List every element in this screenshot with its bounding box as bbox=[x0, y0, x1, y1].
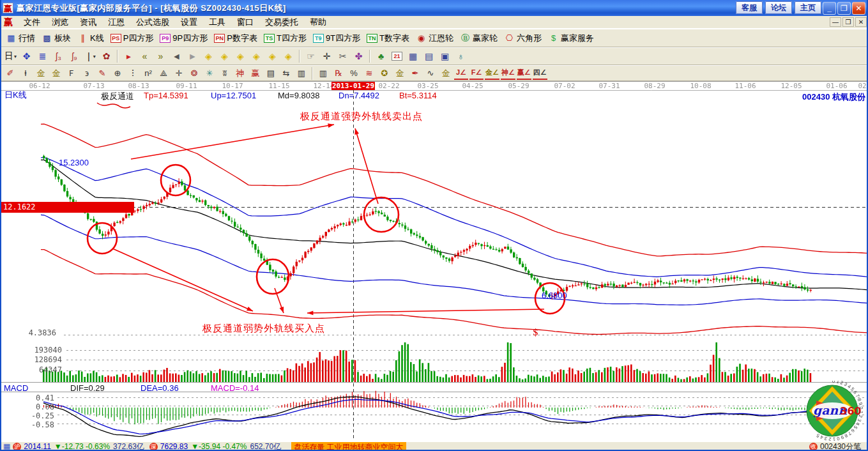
prev-bar-button[interactable]: ◄ bbox=[169, 49, 184, 63]
crosshair-date-badge: 2013-01-29 bbox=[331, 82, 375, 90]
menu-bar: 赢 文件浏览资讯江恩公式选股设置工具窗口交易委托帮助 — ❐ ✕ bbox=[0, 16, 868, 29]
menu-news[interactable]: 资讯 bbox=[74, 17, 102, 27]
target-tool[interactable]: ✛ bbox=[172, 67, 186, 80]
mirror-tool[interactable]: ⟁ bbox=[156, 67, 171, 80]
knife-tool[interactable]: ✐ bbox=[3, 67, 17, 80]
menu-trade[interactable]: 交易委托 bbox=[259, 17, 304, 27]
child-minimize-button[interactable]: — bbox=[830, 17, 841, 27]
p9-square-button[interactable]: P99P四方形 bbox=[160, 33, 208, 44]
p-square-button[interactable]: PSP四方形 bbox=[110, 33, 154, 44]
kline3-button[interactable]: ʃ₃ bbox=[51, 49, 66, 63]
gold-comb2-tool[interactable]: 金 bbox=[49, 67, 63, 80]
winner-wheel-button[interactable]: Ⓑ赢家轮 bbox=[460, 33, 498, 44]
home-button[interactable]: 主页 bbox=[795, 1, 821, 14]
info-list-button[interactable]: ≣ bbox=[35, 49, 50, 63]
zoom-left-button[interactable]: ◈ bbox=[201, 49, 216, 63]
gold-fan-tool[interactable]: 金∠ bbox=[485, 67, 499, 80]
fibonacci-tool[interactable]: Ｆ bbox=[65, 67, 79, 80]
first-bar-button[interactable]: « bbox=[137, 49, 152, 63]
gold-angle-tool[interactable]: 金 bbox=[439, 67, 453, 80]
ying-fan-tool[interactable]: 赢∠ bbox=[517, 67, 531, 80]
web-button[interactable]: ♁ bbox=[453, 49, 468, 63]
menu-window[interactable]: 窗口 bbox=[231, 17, 259, 27]
menu-settings[interactable]: 设置 bbox=[175, 17, 203, 27]
sectors-button[interactable]: ▩板块 bbox=[42, 33, 71, 44]
panel-grid-tool[interactable]: ▥ bbox=[294, 67, 308, 80]
price-grid-tool[interactable]: ▤ bbox=[264, 67, 278, 80]
square9-tool[interactable]: n² bbox=[141, 67, 155, 80]
close-button[interactable]: ✕ bbox=[852, 2, 865, 15]
restore-button[interactable]: ❐ bbox=[837, 2, 851, 15]
calendar-button[interactable]: 21 bbox=[390, 49, 404, 63]
pattern-button[interactable]: ✿ bbox=[99, 49, 114, 63]
percent-retrace-tool[interactable]: ℞ bbox=[331, 67, 346, 80]
percent-tool[interactable]: % bbox=[347, 67, 361, 80]
menu-help[interactable]: 帮助 bbox=[304, 17, 332, 27]
brush-tool[interactable]: ✒ bbox=[408, 67, 422, 80]
crosshair-tool-button[interactable]: ✛ bbox=[319, 49, 334, 63]
zoom-in-button[interactable]: ◈ bbox=[249, 49, 264, 63]
menu-formula-pick[interactable]: 公式选股 bbox=[130, 17, 175, 27]
t-square-button[interactable]: TST四方形 bbox=[264, 33, 307, 44]
kline9-button[interactable]: ʃ₉ bbox=[67, 49, 82, 63]
kline-button[interactable]: ∥K线 bbox=[77, 33, 104, 44]
save-button[interactable]: ▣ bbox=[438, 49, 452, 63]
indicator-name-label[interactable]: 极反通道 bbox=[101, 91, 134, 102]
gold-comb-tool[interactable]: 金 bbox=[34, 67, 48, 80]
marker-tool[interactable]: ✎ bbox=[95, 67, 109, 80]
cut-tool-button[interactable]: ✂ bbox=[335, 49, 350, 63]
zoom-v-button[interactable]: ◈ bbox=[265, 49, 280, 63]
macd-indicator-label[interactable]: MACD bbox=[4, 383, 28, 393]
p-table-button[interactable]: PNP数字表 bbox=[214, 33, 257, 44]
candle-style-button[interactable]: ❘▾ bbox=[83, 49, 98, 63]
gann-wheel-button[interactable]: ◉江恩轮 bbox=[416, 33, 453, 44]
notes-button[interactable]: ▤ bbox=[422, 49, 436, 63]
last-bar-button[interactable]: » bbox=[153, 49, 168, 63]
winner-service-button[interactable]: $赢家服务 bbox=[548, 33, 594, 44]
wave2-tool[interactable]: ∿ bbox=[423, 67, 438, 80]
service-button[interactable]: 客服 bbox=[736, 1, 763, 14]
menu-tools[interactable]: 工具 bbox=[203, 17, 231, 27]
child-close-button[interactable]: ✕ bbox=[855, 17, 867, 27]
gann-circle-tool[interactable]: ⊕ bbox=[110, 67, 125, 80]
wave-tool[interactable]: ʬ bbox=[218, 67, 232, 80]
zoom-right-button[interactable]: ◈ bbox=[217, 49, 232, 63]
j-angle-tool[interactable]: J∠ bbox=[454, 67, 468, 80]
next-bar-button[interactable]: ► bbox=[185, 49, 200, 63]
cluster-tool-button[interactable]: ✤ bbox=[351, 49, 366, 63]
radial-tool[interactable]: ✳ bbox=[202, 67, 217, 80]
calculator-button[interactable]: ▦ bbox=[406, 49, 420, 63]
compress-button[interactable]: ✥ bbox=[19, 49, 34, 63]
percent-lines-tool[interactable]: ≋ bbox=[362, 67, 376, 80]
starburst-tool[interactable]: ❂ bbox=[187, 67, 201, 80]
t-table-button[interactable]: TNT数字表 bbox=[367, 33, 409, 44]
f-angle-tool[interactable]: F∠ bbox=[469, 67, 483, 80]
shen-fan-tool[interactable]: 神∠ bbox=[501, 67, 515, 80]
zoom-all-button[interactable]: ◈ bbox=[281, 49, 296, 63]
span-tool[interactable]: ⇆ bbox=[279, 67, 293, 80]
minimize-button[interactable]: _ bbox=[823, 2, 836, 15]
knot-tool-button[interactable]: ♣ bbox=[374, 49, 388, 63]
zoom-h-button[interactable]: ◈ bbox=[233, 49, 248, 63]
shen-tool[interactable]: 神 bbox=[233, 67, 247, 80]
flag-button[interactable]: ▸ bbox=[121, 49, 136, 63]
menu-gann[interactable]: 江恩 bbox=[102, 17, 130, 27]
spiral-tool[interactable]: ϶ bbox=[80, 67, 94, 80]
comb-tool[interactable]: ⱡ bbox=[19, 67, 33, 80]
stats-tool[interactable]: ▥ bbox=[316, 67, 330, 80]
gold-circle-tool[interactable]: ✪ bbox=[377, 67, 392, 80]
hand-tool-button[interactable]: ☞ bbox=[303, 49, 318, 63]
menu-browse[interactable]: 浏览 bbox=[46, 17, 74, 27]
child-restore-button[interactable]: ❐ bbox=[842, 17, 854, 27]
menu-file[interactable]: 文件 bbox=[18, 17, 46, 27]
t9-square-button[interactable]: T99T四方形 bbox=[313, 33, 360, 44]
density-tool[interactable]: ᎒ bbox=[126, 67, 140, 80]
kline-chart-canvas[interactable] bbox=[0, 82, 868, 442]
forum-button[interactable]: 论坛 bbox=[765, 1, 792, 14]
four-fan-tool[interactable]: 四∠ bbox=[533, 67, 547, 80]
ying-tool[interactable]: 赢 bbox=[248, 67, 263, 80]
chart-period-button[interactable]: 日▾ bbox=[3, 49, 18, 63]
gold-lines-tool[interactable]: 金 bbox=[393, 67, 407, 80]
quotes-button[interactable]: ▦行情 bbox=[6, 33, 35, 44]
hexagon-button[interactable]: ⎔六角形 bbox=[504, 33, 542, 44]
